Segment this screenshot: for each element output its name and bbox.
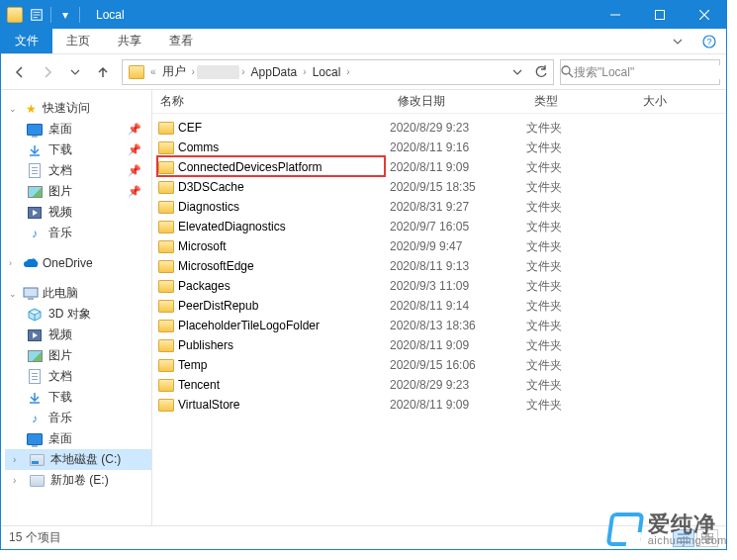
sidebar-item[interactable]: ›本地磁盘 (C:) xyxy=(5,449,151,470)
address-dropdown-button[interactable] xyxy=(506,60,529,84)
sidebar-item-label: 视频 xyxy=(48,327,72,343)
sidebar-item[interactable]: ♪音乐 xyxy=(5,223,151,243)
column-date[interactable]: 修改日期 xyxy=(390,93,526,110)
folder-icon xyxy=(158,122,174,135)
file-row[interactable]: Tencent2020/8/29 9:23文件夹 xyxy=(152,375,726,395)
onedrive-header[interactable]: › OneDrive xyxy=(5,253,151,273)
file-row[interactable]: Comms2020/8/11 9:16文件夹 xyxy=(152,138,726,157)
folder-icon xyxy=(158,181,174,194)
file-row[interactable]: MicrosoftEdge2020/8/11 9:13文件夹 xyxy=(152,256,726,276)
ribbon-expand-button[interactable] xyxy=(663,29,692,53)
sidebar-item[interactable]: 桌面 xyxy=(5,428,151,449)
explorer-window: ▾ Local 文件 主页 共享 查看 ? « 用户 › xyxy=(0,0,727,550)
file-type: 文件夹 xyxy=(526,140,635,156)
sidebar-item[interactable]: 桌面📌 xyxy=(5,119,151,140)
chevron-right-icon[interactable]: « xyxy=(148,66,158,77)
file-type: 文件夹 xyxy=(526,397,635,414)
breadcrumb[interactable]: Local xyxy=(309,65,345,79)
sidebar-item-label: 桌面 xyxy=(48,121,72,138)
file-row[interactable]: Diagnostics2020/8/31 9:27文件夹 xyxy=(152,197,726,217)
pin-icon: 📌 xyxy=(128,143,147,156)
disk-icon xyxy=(29,452,45,468)
sidebar-item[interactable]: ›新加卷 (E:) xyxy=(5,470,151,491)
this-pc-header[interactable]: ⌄ 此电脑 xyxy=(5,283,151,304)
search-input[interactable] xyxy=(574,65,722,79)
sidebar-item[interactable]: 文档📌 xyxy=(5,160,151,181)
file-row[interactable]: Publishers2020/8/11 9:09文件夹 xyxy=(152,335,726,355)
quick-access-group: ⌄ ★ 快速访问 桌面📌下载📌文档📌图片📌视频♪音乐 xyxy=(5,98,151,243)
search-box[interactable] xyxy=(560,59,720,85)
sidebar-item-label: 下载 xyxy=(48,141,72,158)
sidebar-item[interactable]: 文档 xyxy=(5,366,151,387)
file-row[interactable]: VirtualStore2020/8/11 9:09文件夹 xyxy=(152,395,726,415)
chevron-right-icon[interactable]: › xyxy=(239,66,246,77)
quick-access-header[interactable]: ⌄ ★ 快速访问 xyxy=(5,98,151,119)
sidebar-item[interactable]: ♪音乐 xyxy=(5,408,151,428)
tab-share[interactable]: 共享 xyxy=(104,29,155,53)
up-button[interactable] xyxy=(90,59,116,85)
nav-buttons xyxy=(7,59,116,85)
file-row[interactable]: Microsoft2020/9/9 9:47文件夹 xyxy=(152,236,726,256)
column-name[interactable]: 名称 xyxy=(152,93,390,110)
sidebar-item[interactable]: 视频 xyxy=(5,202,151,223)
main-area: ⌄ ★ 快速访问 桌面📌下载📌文档📌图片📌视频♪音乐 › OneDrive ⌄ xyxy=(1,90,726,525)
folder-icon xyxy=(158,260,174,273)
folder-icon xyxy=(158,221,174,233)
svg-rect-2 xyxy=(655,11,664,20)
breadcrumb[interactable] xyxy=(197,65,239,79)
svg-text:?: ? xyxy=(706,37,711,47)
file-name: Comms xyxy=(178,140,219,154)
file-row[interactable]: CEF2020/8/29 9:23文件夹 xyxy=(152,118,726,138)
file-row[interactable]: ElevatedDiagnostics2020/9/7 16:05文件夹 xyxy=(152,217,726,236)
breadcrumb[interactable]: AppData xyxy=(247,65,302,79)
file-date: 2020/8/11 9:09 xyxy=(390,160,526,174)
file-row[interactable]: D3DSCache2020/9/15 18:35文件夹 xyxy=(152,177,726,197)
details-view-button[interactable] xyxy=(673,529,694,547)
file-row[interactable]: PeerDistRepub2020/8/11 9:14文件夹 xyxy=(152,296,726,316)
undo-icon[interactable]: ▾ xyxy=(57,7,73,23)
properties-icon[interactable] xyxy=(29,7,45,23)
separator xyxy=(50,7,51,23)
refresh-button[interactable] xyxy=(529,60,553,84)
chevron-right-icon[interactable]: › xyxy=(344,66,351,77)
history-dropdown[interactable] xyxy=(62,59,88,85)
folder-icon xyxy=(158,300,174,313)
file-row[interactable]: Packages2020/9/3 11:09文件夹 xyxy=(152,276,726,296)
file-row[interactable]: PlaceholderTileLogoFolder2020/8/13 18:36… xyxy=(152,316,726,335)
file-name: D3DSCache xyxy=(178,180,244,194)
tab-home[interactable]: 主页 xyxy=(52,29,104,53)
address-bar[interactable]: « 用户 › › AppData › Local › xyxy=(122,59,554,85)
file-row[interactable]: Temp2020/9/15 16:06文件夹 xyxy=(152,355,726,375)
close-button[interactable] xyxy=(682,1,726,29)
star-icon: ★ xyxy=(23,101,39,117)
column-type[interactable]: 类型 xyxy=(526,93,635,110)
sidebar-item-label: 下载 xyxy=(48,389,72,406)
sidebar-item[interactable]: 3D 对象 xyxy=(5,304,151,325)
quick-access-toolbar: ▾ xyxy=(1,7,86,23)
file-list[interactable]: CEF2020/8/29 9:23文件夹Comms2020/8/11 9:16文… xyxy=(152,114,726,525)
maximize-button[interactable] xyxy=(637,1,682,29)
svg-rect-17 xyxy=(708,539,713,543)
nav-pane[interactable]: ⌄ ★ 快速访问 桌面📌下载📌文档📌图片📌视频♪音乐 › OneDrive ⌄ xyxy=(1,90,152,525)
tab-file[interactable]: 文件 xyxy=(1,29,52,53)
file-date: 2020/9/7 16:05 xyxy=(390,220,526,233)
minimize-button[interactable] xyxy=(593,1,637,29)
file-type: 文件夹 xyxy=(526,357,635,374)
this-pc-label: 此电脑 xyxy=(43,285,78,302)
icons-view-button[interactable] xyxy=(696,529,718,547)
file-date: 2020/9/15 18:35 xyxy=(390,180,526,194)
sidebar-item[interactable]: 视频 xyxy=(5,325,151,345)
chevron-right-icon[interactable]: › xyxy=(190,66,197,77)
sidebar-item[interactable]: 图片📌 xyxy=(5,181,151,202)
breadcrumb[interactable]: 用户 xyxy=(158,63,190,80)
help-button[interactable]: ? xyxy=(692,29,726,53)
back-button[interactable] xyxy=(7,59,33,85)
tab-view[interactable]: 查看 xyxy=(155,29,207,53)
file-row[interactable]: ConnectedDevicesPlatform2020/8/11 9:09文件… xyxy=(152,157,726,177)
chevron-right-icon[interactable]: › xyxy=(301,66,308,77)
sidebar-item[interactable]: 图片 xyxy=(5,345,151,366)
sidebar-item[interactable]: 下载📌 xyxy=(5,140,151,160)
column-size[interactable]: 大小 xyxy=(635,93,726,110)
svg-line-8 xyxy=(569,73,573,77)
sidebar-item[interactable]: 下载 xyxy=(5,387,151,408)
